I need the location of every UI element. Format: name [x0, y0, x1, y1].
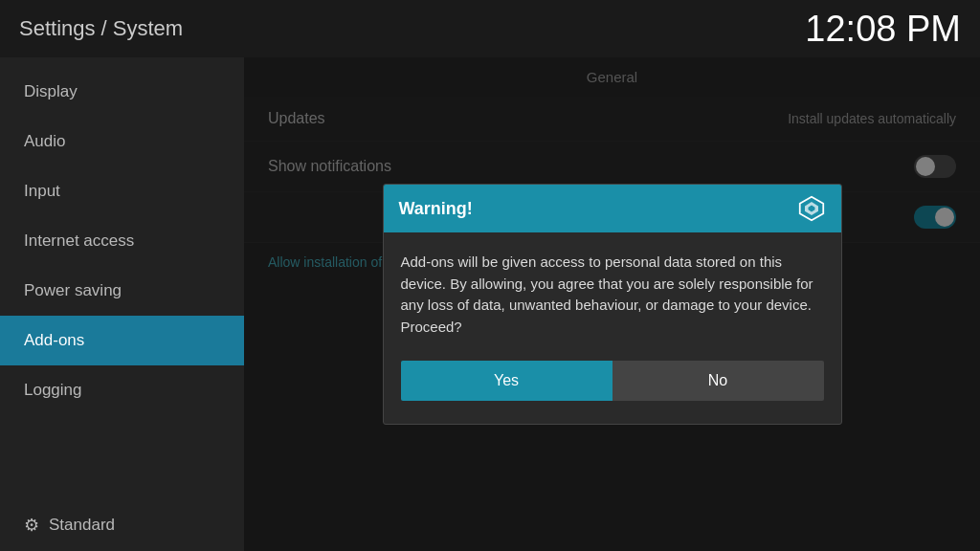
main-layout: Display Audio Input Internet access Powe… [0, 57, 980, 551]
sidebar-item-input[interactable]: Input [0, 166, 244, 216]
page-title: Settings / System [19, 16, 183, 41]
dialog-body: Add-ons will be given access to personal… [384, 232, 841, 424]
clock: 12:08 PM [805, 9, 961, 50]
sidebar: Display Audio Input Internet access Powe… [0, 57, 244, 551]
kodi-icon [797, 194, 826, 223]
gear-icon: ⚙ [24, 515, 39, 536]
sidebar-item-display[interactable]: Display [0, 67, 244, 117]
sidebar-item-internet-access[interactable]: Internet access [0, 216, 244, 266]
dialog-overlay: Warning! Add-ons will be given access to… [244, 57, 980, 551]
no-button[interactable]: No [612, 361, 824, 401]
dialog-header: Warning! [384, 185, 841, 232]
sidebar-item-audio[interactable]: Audio [0, 117, 244, 166]
yes-button[interactable]: Yes [401, 361, 612, 401]
dialog-buttons: Yes No [401, 361, 824, 401]
sidebar-item-logging[interactable]: Logging [0, 365, 244, 415]
dialog-title: Warning! [399, 199, 473, 219]
app-header: Settings / System 12:08 PM [0, 0, 980, 57]
dialog-message: Add-ons will be given access to personal… [401, 252, 824, 338]
sidebar-item-power-saving[interactable]: Power saving [0, 266, 244, 316]
sidebar-item-add-ons[interactable]: Add-ons [0, 316, 244, 365]
sidebar-footer[interactable]: ⚙ Standard [0, 499, 244, 551]
main-content: General Updates Install updates automati… [244, 57, 980, 551]
sidebar-footer-label: Standard [49, 516, 115, 535]
warning-dialog: Warning! Add-ons will be given access to… [383, 184, 842, 425]
